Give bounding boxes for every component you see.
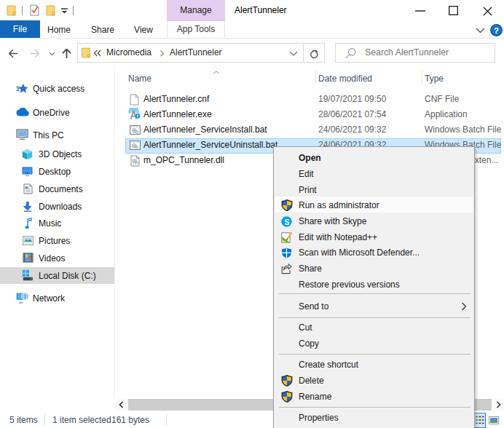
svg-text:?: ?	[494, 26, 499, 35]
svg-text:S: S	[284, 218, 289, 226]
